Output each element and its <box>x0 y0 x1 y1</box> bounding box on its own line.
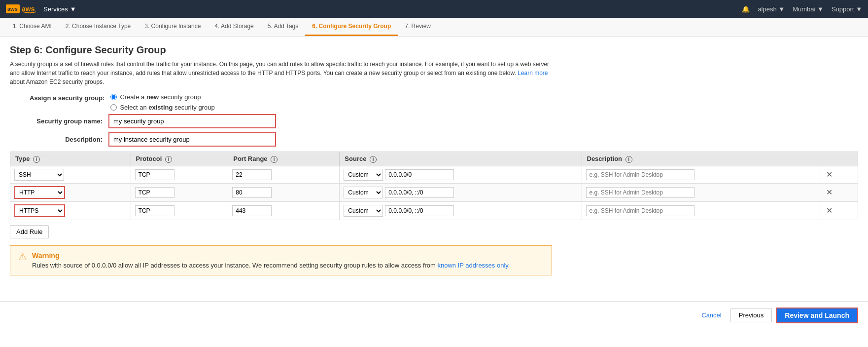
desc-input-3[interactable] <box>586 205 694 216</box>
warning-title: Warning <box>32 252 510 260</box>
radio-existing-security-group[interactable]: Select an existing security group <box>110 104 214 111</box>
col-port-range: Port Range i <box>228 152 340 166</box>
source-select-2[interactable]: Custom Anywhere My IP <box>344 187 383 198</box>
tab-review[interactable]: 7. Review <box>398 18 438 36</box>
col-description: Description i <box>582 152 820 166</box>
security-group-name-input[interactable] <box>108 114 276 128</box>
security-group-name-row: Security group name: <box>10 114 858 128</box>
type-select-2[interactable]: SSH HTTP HTTPS Custom TCP Custom UDP <box>14 186 65 199</box>
cancel-button[interactable]: Cancel <box>696 308 726 322</box>
add-rule-button[interactable]: Add Rule <box>10 225 49 238</box>
col-type: Type i <box>10 152 131 166</box>
table-row: SSH HTTP HTTPS Custom TCP Custom UDP <box>10 201 858 220</box>
tab-add-tags[interactable]: 5. Add Tags <box>261 18 306 36</box>
warning-triangle-icon: ⚠ <box>18 252 27 262</box>
top-navigation: aws aws Services ▼ 🔔 alpesh ▼ Mumbai ▼ S… <box>0 0 868 18</box>
rules-table: Type i Protocol i Port Range i Source i … <box>10 152 858 220</box>
protocol-input-2 <box>135 187 174 198</box>
assign-security-group-row: Assign a security group: Create a new se… <box>10 93 858 111</box>
aws-logo: aws aws <box>6 4 37 14</box>
desc-label: Description: <box>30 136 108 143</box>
tab-choose-ami[interactable]: 1. Choose AMI <box>6 18 59 36</box>
port-info-icon[interactable]: i <box>271 156 278 163</box>
security-group-description-row: Description: <box>10 132 858 147</box>
protocol-cell-2 <box>131 183 228 201</box>
page-title: Step 6: Configure Security Group <box>10 44 858 56</box>
col-protocol: Protocol i <box>131 152 228 166</box>
source-select-3[interactable]: Custom Anywhere My IP <box>344 205 383 217</box>
radio-new-input[interactable] <box>110 94 117 100</box>
remove-cell-2: ✕ <box>820 183 858 201</box>
port-input-1[interactable] <box>232 169 272 180</box>
security-group-description-input[interactable] <box>108 132 276 147</box>
col-source: Source i <box>340 152 582 166</box>
svg-text:aws: aws <box>7 6 18 12</box>
assign-label: Assign a security group: <box>30 93 110 102</box>
protocol-info-icon[interactable]: i <box>165 156 172 163</box>
type-info-icon[interactable]: i <box>33 156 40 163</box>
port-cell-1 <box>228 166 340 183</box>
port-cell-3 <box>228 201 340 220</box>
protocol-cell-3 <box>131 201 228 220</box>
notification-bell-icon[interactable]: 🔔 <box>742 5 750 13</box>
region-menu[interactable]: Mumbai ▼ <box>793 5 824 13</box>
source-text-1[interactable] <box>385 169 454 180</box>
type-select-1[interactable]: SSH HTTP HTTPS Custom TCP Custom UDP <box>14 169 64 181</box>
source-cell-2: Custom Anywhere My IP <box>340 183 582 201</box>
description-info-icon[interactable]: i <box>625 156 632 163</box>
main-content: Step 6: Configure Security Group A secur… <box>0 37 868 291</box>
col-remove <box>820 152 858 166</box>
user-menu[interactable]: alpesh ▼ <box>758 5 785 13</box>
aws-smile-logo: aws <box>22 4 37 14</box>
warning-box: ⚠ Warning Rules with source of 0.0.0.0/0… <box>10 245 552 275</box>
source-cell-3: Custom Anywhere My IP <box>340 201 582 220</box>
source-text-2[interactable] <box>385 187 454 198</box>
page-description: A security group is a set of firewall ru… <box>10 60 552 86</box>
source-select-1[interactable]: Custom Anywhere My IP <box>344 169 383 181</box>
desc-cell-1 <box>582 166 820 183</box>
wizard-tabs: 1. Choose AMI 2. Choose Instance Type 3.… <box>0 18 868 37</box>
tab-add-storage[interactable]: 4. Add Storage <box>208 18 260 36</box>
aws-logo-box: aws <box>6 4 20 13</box>
warning-text: Rules with source of 0.0.0.0/0 allow all… <box>32 262 510 269</box>
protocol-input-1 <box>135 169 174 180</box>
desc-cell-3 <box>582 201 820 220</box>
known-ip-link[interactable]: known IP addresses only <box>438 262 508 269</box>
source-cell-1: Custom Anywhere My IP <box>340 166 582 183</box>
radio-new-security-group[interactable]: Create a new security group <box>110 93 214 101</box>
tab-configure-instance[interactable]: 3. Configure Instance <box>138 18 208 36</box>
table-row: SSH HTTP HTTPS Custom TCP Custom UDP <box>10 166 858 183</box>
desc-input-2[interactable] <box>586 187 694 198</box>
learn-more-link[interactable]: Learn more <box>518 70 548 77</box>
remove-rule-1-button[interactable]: ✕ <box>824 170 834 179</box>
services-menu-button[interactable]: Services ▼ <box>43 5 76 13</box>
table-row: SSH HTTP HTTPS Custom TCP Custom UDP <box>10 183 858 201</box>
radio-existing-input[interactable] <box>110 104 117 111</box>
tab-choose-instance-type[interactable]: 2. Choose Instance Type <box>59 18 138 36</box>
review-and-launch-button[interactable]: Review and Launch <box>776 308 858 323</box>
radio-group: Create a new security group Select an ex… <box>110 93 214 111</box>
protocol-cell-1 <box>131 166 228 183</box>
remove-rule-2-button[interactable]: ✕ <box>824 188 834 197</box>
tab-configure-security-group[interactable]: 6. Configure Security Group <box>305 18 398 36</box>
port-input-2[interactable] <box>232 187 272 198</box>
port-cell-2 <box>228 183 340 201</box>
remove-rule-3-button[interactable]: ✕ <box>824 206 834 215</box>
support-menu[interactable]: Support ▼ <box>832 5 862 13</box>
source-text-3[interactable] <box>385 205 454 216</box>
previous-button[interactable]: Previous <box>730 308 772 322</box>
type-select-3[interactable]: SSH HTTP HTTPS Custom TCP Custom UDP <box>14 204 65 217</box>
desc-cell-2 <box>582 183 820 201</box>
remove-cell-3: ✕ <box>820 201 858 220</box>
remove-cell-1: ✕ <box>820 166 858 183</box>
type-cell-2: SSH HTTP HTTPS Custom TCP Custom UDP <box>10 183 131 201</box>
desc-input-1[interactable] <box>586 169 694 180</box>
name-label: Security group name: <box>30 117 108 125</box>
source-info-icon[interactable]: i <box>370 156 377 163</box>
bottom-action-bar: Cancel Previous Review and Launch <box>0 301 868 329</box>
port-input-3[interactable] <box>232 205 272 216</box>
type-cell-1: SSH HTTP HTTPS Custom TCP Custom UDP <box>10 166 131 183</box>
type-cell-3: SSH HTTP HTTPS Custom TCP Custom UDP <box>10 201 131 220</box>
protocol-input-3 <box>135 205 174 216</box>
